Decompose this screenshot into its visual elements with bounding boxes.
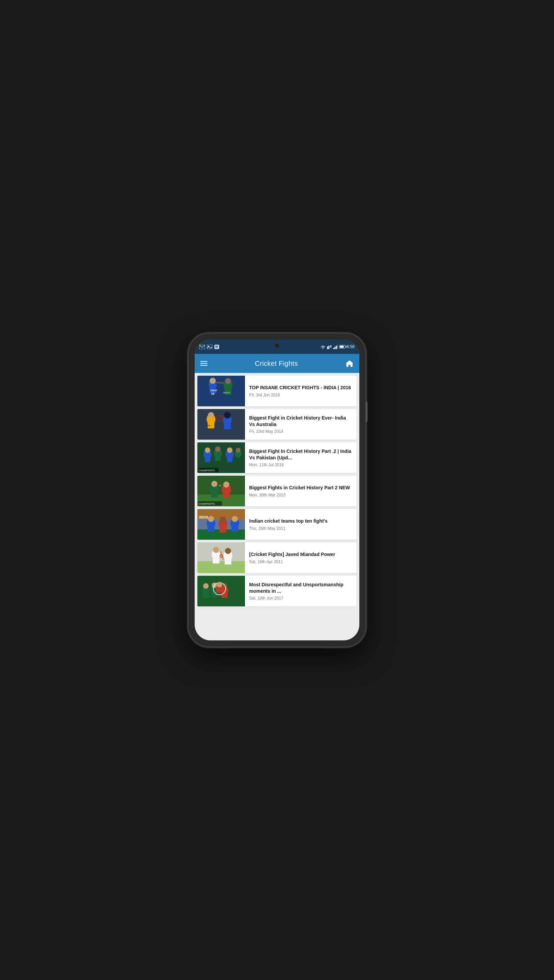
- gmail-notification-icon: [199, 345, 205, 349]
- signal-x-icon: [327, 345, 332, 349]
- hamburger-menu-icon[interactable]: [200, 361, 208, 366]
- video-thumbnail-2: Trav...: [197, 409, 245, 440]
- svg-rect-6: [328, 346, 330, 349]
- svg-point-35: [205, 447, 210, 453]
- video-thumbnail-1: VIRAT 18 PAKIST: [197, 375, 245, 406]
- svg-point-75: [213, 547, 219, 553]
- svg-point-38: [215, 447, 221, 452]
- svg-rect-39: [215, 455, 221, 461]
- camera: [274, 343, 280, 348]
- svg-point-20: [225, 378, 231, 384]
- video-date-6: Sat, 16th Apr 2011: [249, 559, 353, 564]
- time-display: 6:58: [347, 344, 355, 349]
- video-date-2: Fri, 23rd May 2014: [249, 429, 353, 434]
- video-item-6[interactable]: [Cricket Fights] Javed Miandad Power Sat…: [197, 542, 357, 573]
- svg-rect-76: [213, 556, 220, 563]
- svg-point-63: [208, 516, 214, 522]
- svg-rect-73: [197, 561, 245, 573]
- svg-point-26: [208, 412, 214, 418]
- video-title-2: Biggest Fight in Cricket History Ever- I…: [249, 415, 353, 427]
- svg-rect-13: [197, 375, 245, 406]
- svg-rect-42: [227, 456, 232, 462]
- video-item-3[interactable]: CricketFIGHTS Biggest Fight In Cricket H…: [197, 442, 357, 473]
- svg-rect-36: [205, 456, 210, 462]
- screen: N: [195, 340, 359, 640]
- svg-rect-80: [224, 557, 231, 565]
- video-info-2: Biggest Fight in Cricket History Ever- I…: [245, 409, 357, 440]
- video-date-3: Mon, 11th Jul 2016: [249, 463, 353, 467]
- n-notification-icon: N: [214, 345, 219, 349]
- video-item-7[interactable]: Most Disrespectful and Unsportsmanship m…: [197, 576, 357, 606]
- svg-rect-31: [224, 422, 231, 430]
- status-left-icons: N: [199, 345, 219, 349]
- svg-point-50: [211, 481, 217, 487]
- video-item-1[interactable]: VIRAT 18 PAKIST TOP INSANE CRICKET: [197, 375, 357, 406]
- svg-rect-9: [333, 348, 334, 349]
- video-info-5: Indian cricket teams top ten fight's Thu…: [245, 509, 357, 540]
- video-thumbnail-4: CricketFIGHTS: [197, 476, 245, 506]
- video-title-5: Indian cricket teams top ten fight's: [249, 518, 353, 524]
- svg-point-53: [223, 482, 229, 488]
- svg-text:N: N: [215, 345, 218, 349]
- svg-point-79: [225, 548, 231, 554]
- video-title-1: TOP INSANE CRICKET FIGHTS - INDIA | 2016: [249, 385, 353, 391]
- svg-point-66: [220, 517, 226, 523]
- svg-text:Trav...: Trav...: [206, 424, 212, 426]
- svg-point-84: [203, 583, 209, 589]
- svg-rect-70: [231, 525, 238, 532]
- svg-point-44: [236, 448, 240, 453]
- video-date-7: Sat, 10th Jun 2017: [249, 596, 353, 601]
- svg-text:CricketFIGHTS: CricketFIGHTS: [199, 503, 215, 505]
- svg-rect-51: [211, 491, 218, 498]
- battery-fill: [340, 346, 344, 348]
- image-notification-icon: [207, 345, 212, 349]
- svg-text:VIRAT: VIRAT: [210, 389, 217, 392]
- phone-frame: N: [188, 334, 366, 646]
- video-item-4[interactable]: CricketFIGHTS Biggest Fights in Cricket …: [197, 476, 357, 506]
- video-item-5[interactable]: INDIA Indian cricket teams top ten fight…: [197, 509, 357, 540]
- video-item-2[interactable]: Trav... Biggest Fight in Cricket History…: [197, 409, 357, 440]
- svg-rect-11: [336, 346, 337, 349]
- battery-icon: [339, 345, 345, 348]
- video-info-1: TOP INSANE CRICKET FIGHTS - INDIA | 2016…: [245, 375, 357, 406]
- app-bar: Cricket Fights: [195, 354, 359, 373]
- video-thumbnail-5: INDIA: [197, 509, 245, 540]
- svg-text:CricketFIGHTS: CricketFIGHTS: [199, 469, 215, 472]
- status-right-icons: 6:58: [320, 344, 355, 349]
- video-info-4: Biggest Fights in Cricket History Part 2…: [245, 476, 357, 506]
- svg-rect-54: [223, 492, 230, 498]
- svg-text:18: 18: [211, 392, 214, 395]
- svg-rect-0: [199, 345, 205, 349]
- video-thumbnail-3: CricketFIGHTS: [197, 442, 245, 473]
- svg-text:PAKIST: PAKIST: [223, 392, 230, 394]
- svg-rect-1: [207, 345, 212, 349]
- svg-rect-91: [221, 592, 228, 598]
- svg-point-41: [227, 447, 232, 453]
- video-thumbnail-7: [197, 576, 245, 606]
- phone-inner: N: [195, 340, 359, 640]
- svg-point-69: [232, 516, 238, 522]
- svg-text:INDIA: INDIA: [199, 515, 208, 519]
- svg-rect-12: [337, 345, 338, 349]
- app-title: Cricket Fights: [255, 360, 298, 368]
- video-info-6: [Cricket Fights] Javed Miandad Power Sat…: [245, 542, 357, 573]
- video-thumbnail-6: [197, 542, 245, 573]
- video-date-1: Fri, 3rd Jun 2016: [249, 393, 353, 398]
- svg-rect-5: [327, 347, 328, 349]
- video-title-7: Most Disrespectful and Unsportsmanship m…: [249, 582, 353, 594]
- signal-bars-icon: [333, 345, 338, 349]
- svg-rect-64: [208, 525, 214, 532]
- video-date-4: Mon, 30th Mar 2015: [249, 493, 353, 498]
- video-title-4: Biggest Fights in Cricket History Part 2…: [249, 485, 353, 491]
- svg-point-30: [224, 412, 231, 418]
- svg-rect-67: [220, 526, 226, 533]
- svg-rect-24: [197, 409, 245, 440]
- svg-point-94: [217, 582, 222, 587]
- home-icon[interactable]: [345, 360, 354, 368]
- svg-point-15: [210, 378, 216, 384]
- svg-rect-85: [203, 592, 209, 598]
- svg-rect-10: [334, 347, 336, 349]
- video-title-3: Biggest Fight In Cricket History Part .2…: [249, 448, 353, 460]
- content-list: VIRAT 18 PAKIST TOP INSANE CRICKET: [195, 373, 359, 640]
- video-info-3: Biggest Fight In Cricket History Part .2…: [245, 442, 357, 473]
